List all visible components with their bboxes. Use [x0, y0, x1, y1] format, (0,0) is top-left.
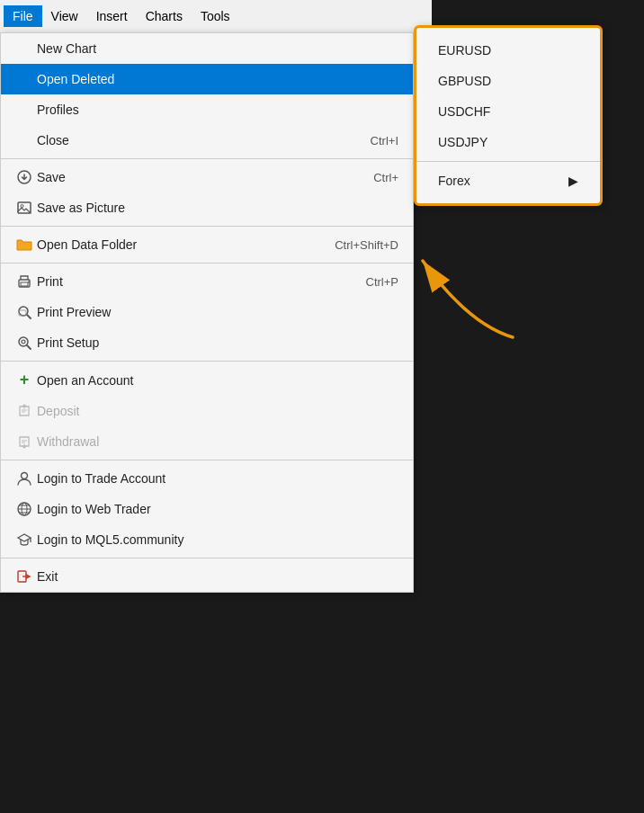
menu-item-login-mql5[interactable]: Login to MQL5.community	[1, 524, 413, 555]
menubar-view[interactable]: View	[42, 5, 87, 27]
print-preview-icon	[12, 304, 37, 320]
globe-icon	[12, 501, 37, 517]
svg-point-2	[21, 205, 23, 208]
submenu-usdchf[interactable]: USDCHF	[416, 96, 600, 127]
new-chart-label: New Chart	[37, 41, 398, 56]
folder-icon	[12, 237, 37, 253]
sep6	[1, 558, 413, 558]
close-label: Close	[37, 133, 349, 147]
menu-item-login-trade[interactable]: Login to Trade Account	[1, 463, 413, 494]
submenu-eurusd[interactable]: EURUSD	[416, 35, 600, 66]
menubar-charts[interactable]: Charts	[137, 5, 192, 27]
menubar-tools[interactable]: Tools	[192, 5, 239, 27]
menu-item-open-deleted[interactable]: Open Deleted	[1, 64, 413, 94]
svg-point-5	[28, 281, 30, 283]
forex-label: Forex	[438, 174, 470, 188]
print-setup-icon	[12, 335, 37, 351]
forex-arrow-icon: ▶	[568, 174, 578, 188]
submenu-forex[interactable]: Forex ▶	[416, 165, 600, 196]
menu-item-withdrawal: Withdrawal	[1, 426, 413, 457]
annotation-arrow	[396, 234, 540, 342]
save-picture-icon	[12, 200, 37, 216]
menu-item-exit[interactable]: Exit	[1, 561, 413, 592]
menu-item-login-web[interactable]: Login to Web Trader	[1, 494, 413, 524]
close-shortcut: Ctrl+I	[371, 134, 398, 147]
svg-line-7	[27, 315, 31, 318]
login-web-label: Login to Web Trader	[37, 502, 398, 516]
withdrawal-icon	[12, 433, 37, 450]
data-folder-shortcut: Ctrl+Shift+D	[335, 238, 398, 252]
save-picture-label: Save as Picture	[37, 201, 398, 215]
submenu-open-deleted: EURUSD GBPUSD USDCHF USDJPY Forex ▶	[414, 25, 603, 206]
menu-item-save[interactable]: Save Ctrl+	[1, 162, 413, 192]
sep2	[1, 226, 413, 227]
file-menu: New Chart Open Deleted Profiles Close Ct…	[0, 32, 414, 593]
menu-item-print-setup[interactable]: Print Setup	[1, 327, 413, 358]
menu-item-close[interactable]: Close Ctrl+I	[1, 125, 413, 156]
menu-item-print[interactable]: Print Ctrl+P	[1, 266, 413, 297]
menu-item-new-chart[interactable]: New Chart	[1, 33, 413, 64]
print-icon	[12, 273, 37, 290]
menu-item-data-folder[interactable]: Open Data Folder Ctrl+Shift+D	[1, 229, 413, 260]
print-shortcut: Ctrl+P	[366, 275, 398, 289]
sep5	[1, 460, 413, 460]
svg-point-10	[22, 340, 25, 344]
menubar: File View Insert Charts Tools	[0, 0, 432, 32]
open-deleted-label: Open Deleted	[37, 72, 398, 86]
menu-item-open-account[interactable]: + Open an Account	[1, 364, 413, 396]
submenu-gbpusd[interactable]: GBPUSD	[416, 66, 600, 96]
save-icon	[12, 169, 37, 185]
data-folder-label: Open Data Folder	[37, 237, 313, 252]
exit-icon	[12, 568, 37, 585]
withdrawal-label: Withdrawal	[37, 434, 398, 449]
print-setup-label: Print Setup	[37, 335, 398, 350]
login-trade-label: Login to Trade Account	[37, 471, 398, 486]
print-preview-label: Print Preview	[37, 305, 398, 319]
sep3	[1, 263, 413, 264]
open-account-label: Open an Account	[37, 373, 398, 388]
plus-icon: +	[12, 371, 37, 389]
graduation-icon	[12, 532, 37, 548]
menubar-file[interactable]: File	[4, 5, 42, 27]
menubar-insert[interactable]: Insert	[87, 5, 137, 27]
menu-item-print-preview[interactable]: Print Preview	[1, 297, 413, 327]
submenu-usdjpy[interactable]: USDJPY	[416, 127, 600, 157]
deposit-label: Deposit	[37, 404, 398, 418]
sep1	[1, 158, 413, 159]
user-icon	[12, 470, 37, 487]
sep4	[1, 361, 413, 362]
menu-item-profiles[interactable]: Profiles	[1, 94, 413, 125]
save-shortcut: Ctrl+	[373, 171, 398, 184]
menu-item-deposit: Deposit	[1, 396, 413, 426]
menu-item-save-picture[interactable]: Save as Picture	[1, 192, 413, 223]
profiles-label: Profiles	[37, 103, 398, 117]
svg-line-11	[27, 345, 31, 349]
submenu-sep	[416, 161, 600, 162]
svg-point-12	[22, 473, 28, 479]
save-label: Save	[37, 170, 352, 184]
exit-label: Exit	[37, 569, 398, 584]
login-mql5-label: Login to MQL5.community	[37, 532, 398, 547]
svg-rect-4	[21, 282, 28, 286]
print-label: Print	[37, 274, 344, 289]
deposit-icon	[12, 403, 37, 419]
